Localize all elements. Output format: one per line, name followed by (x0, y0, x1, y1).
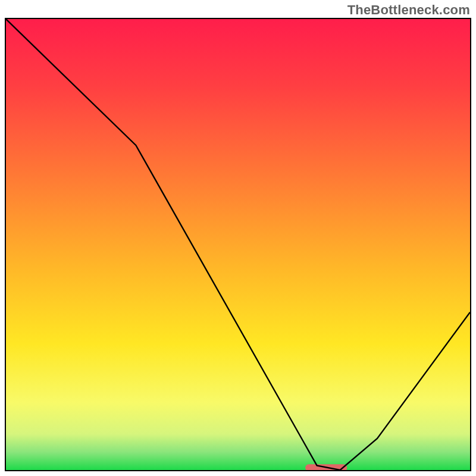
chart-svg (6, 19, 470, 470)
chart-container: TheBottleneck.com (0, 0, 476, 476)
watermark-text: TheBottleneck.com (347, 2, 470, 18)
plot-area (5, 18, 471, 471)
